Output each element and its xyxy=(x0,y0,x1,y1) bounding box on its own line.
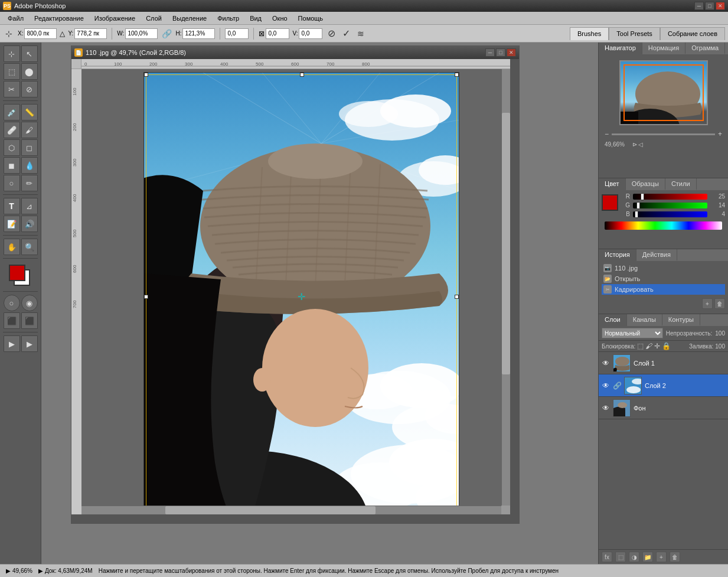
tab-channels[interactable]: Каналы xyxy=(627,314,662,326)
history-new-btn[interactable]: + xyxy=(702,298,713,309)
quick-mask-mode[interactable]: ◉ xyxy=(21,295,38,311)
layer-eye-1[interactable]: 👁 xyxy=(602,382,610,390)
heal-tool[interactable]: 🩹 xyxy=(4,122,20,138)
menu-help[interactable]: Помощь xyxy=(293,14,328,23)
history-item-2[interactable]: ✂ Кадрировать xyxy=(602,284,725,295)
layer-fx-btn[interactable]: fx xyxy=(602,552,612,562)
cancel-transform-icon[interactable]: ⊘ xyxy=(325,28,337,40)
menu-select[interactable]: Выделение xyxy=(168,14,211,23)
red-thumb[interactable] xyxy=(641,193,644,200)
stamp-tool[interactable]: ⬡ xyxy=(4,139,20,156)
minimize-button[interactable]: ─ xyxy=(694,2,704,10)
audio-tool[interactable]: 🔊 xyxy=(21,216,38,232)
text-tool[interactable]: T xyxy=(4,198,20,214)
slice-tool[interactable]: ⊘ xyxy=(21,81,38,97)
layer-mask-btn[interactable]: ⬚ xyxy=(615,552,626,562)
history-item-1[interactable]: 📂 Открыть xyxy=(602,273,725,284)
y-input[interactable] xyxy=(74,28,107,39)
tab-brushes[interactable]: Brushes xyxy=(570,27,609,40)
lock-position-icon[interactable]: ✛ xyxy=(654,342,660,350)
blur-tool[interactable]: 💧 xyxy=(21,157,38,174)
blend-mode-select[interactable]: Нормальный xyxy=(602,328,663,338)
extra-tool-2[interactable]: ▶ xyxy=(21,335,38,352)
menu-layer[interactable]: Слой xyxy=(141,14,167,23)
dodge-tool[interactable]: ○ xyxy=(4,175,20,191)
menu-file[interactable]: Файл xyxy=(3,14,28,23)
tab-swatches[interactable]: Образцы xyxy=(626,178,665,190)
crop-tool[interactable]: ✂ xyxy=(4,81,20,97)
tab-navigator[interactable]: Навигатор xyxy=(599,43,642,54)
layer-group-btn[interactable]: 📁 xyxy=(642,552,653,562)
tab-histogram[interactable]: Ограмма xyxy=(685,43,725,54)
scrollbar-horizontal[interactable] xyxy=(81,506,501,514)
gradient-tool[interactable]: ◼ xyxy=(4,157,20,174)
move-tool[interactable]: ↖ xyxy=(21,45,38,62)
layer-eye-2[interactable]: 👁 xyxy=(602,404,610,412)
layer-adjustment-btn[interactable]: ◑ xyxy=(629,552,639,562)
scrollbar-vertical[interactable] xyxy=(501,69,510,506)
eyedropper-tool[interactable]: 💉 xyxy=(4,104,20,120)
menu-view[interactable]: Вид xyxy=(245,14,266,23)
layer-new-btn[interactable]: + xyxy=(656,552,667,562)
tab-history[interactable]: История xyxy=(599,249,636,261)
blue-thumb[interactable] xyxy=(635,211,638,218)
menu-filter[interactable]: Фильтр xyxy=(213,14,244,23)
zoom-in-icon[interactable]: + xyxy=(718,130,722,138)
brush-tool[interactable]: 🖌 xyxy=(21,122,38,138)
link-icon[interactable]: 🔗 xyxy=(161,28,172,40)
lock-transparent-icon[interactable]: ⬚ xyxy=(637,342,644,350)
extra-tool-1[interactable]: ▶ xyxy=(4,335,20,352)
doc-close[interactable]: ✕ xyxy=(507,48,516,57)
magic-wand-tool[interactable]: ⬤ xyxy=(21,63,38,80)
close-button[interactable]: ✕ xyxy=(716,2,725,10)
standard-mode[interactable]: ○ xyxy=(4,295,20,311)
menu-image[interactable]: Изображение xyxy=(90,14,140,23)
zoom-tool[interactable]: 🔍 xyxy=(21,239,38,255)
scrollbar-h-thumb[interactable] xyxy=(165,506,376,514)
h-input[interactable] xyxy=(182,28,215,39)
menu-window[interactable]: Окно xyxy=(267,14,292,23)
screen-mode-2[interactable]: ⬛ xyxy=(21,312,38,329)
doc-maximize[interactable]: □ xyxy=(496,48,505,57)
tab-styles[interactable]: Стили xyxy=(665,178,697,190)
status-triangle[interactable]: ▶ xyxy=(38,568,43,574)
color-boxes[interactable] xyxy=(9,265,32,288)
lock-all-icon[interactable]: 🔒 xyxy=(662,342,671,350)
measure-tool[interactable]: 📏 xyxy=(21,104,38,120)
layer-eye-0[interactable]: 👁 xyxy=(602,359,610,367)
doc-minimize[interactable]: ─ xyxy=(485,48,495,57)
layer-row-2[interactable]: 👁 Фон xyxy=(599,397,728,419)
history-item-0[interactable]: 📷 110 .jpg xyxy=(602,263,725,273)
red-slider[interactable] xyxy=(633,194,707,200)
x-input[interactable] xyxy=(24,28,57,39)
blue-slider[interactable] xyxy=(633,211,707,217)
menu-edit[interactable]: Редактирование xyxy=(30,14,89,23)
active-color-swatch[interactable] xyxy=(602,194,618,211)
lock-image-icon[interactable]: 🖌 xyxy=(645,342,652,350)
lasso-tool[interactable]: ⬚ xyxy=(4,63,20,80)
warp-icon[interactable]: ≋ xyxy=(355,28,367,40)
confirm-transform-icon[interactable]: ✓ xyxy=(340,28,352,40)
scrollbar-v-thumb[interactable] xyxy=(502,113,510,374)
zoom-out-icon[interactable]: − xyxy=(605,130,609,138)
color-spectrum-bar[interactable] xyxy=(605,221,722,230)
history-delete-btn[interactable]: 🗑 xyxy=(714,298,725,309)
hskew-input[interactable] xyxy=(266,28,289,39)
angle-input[interactable] xyxy=(225,28,249,39)
foreground-color-box[interactable] xyxy=(9,265,25,281)
tab-tool-presets[interactable]: Tool Presets xyxy=(609,27,660,40)
notes-tool[interactable]: 📝 xyxy=(4,216,20,232)
layer-chain-1[interactable]: 🔗 xyxy=(613,382,621,390)
green-slider[interactable] xyxy=(633,203,707,208)
tab-paths[interactable]: Контуры xyxy=(662,314,700,326)
eraser-tool[interactable]: ◻ xyxy=(21,139,38,156)
vskew-input[interactable] xyxy=(299,28,322,39)
nav-zoom-slider[interactable] xyxy=(612,133,715,135)
marquee-tool[interactable]: ⊹ xyxy=(4,45,20,62)
tab-actions[interactable]: Действия xyxy=(636,249,677,261)
hand-tool[interactable]: ✋ xyxy=(4,239,20,255)
green-thumb[interactable] xyxy=(636,202,640,209)
tab-color[interactable]: Цвет xyxy=(599,178,626,190)
tab-layers[interactable]: Слои xyxy=(599,314,627,326)
shape-tool[interactable]: ⊿ xyxy=(21,198,38,214)
